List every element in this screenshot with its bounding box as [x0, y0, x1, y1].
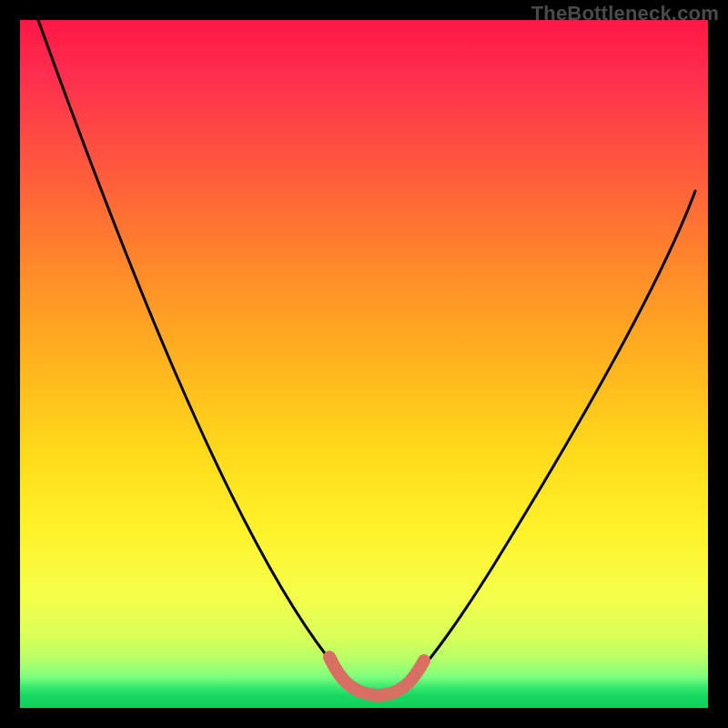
watermark-text: TheBottleneck.com: [531, 2, 719, 25]
bottleneck-curve-svg: [20, 20, 708, 708]
curve-right-arm: [406, 191, 695, 686]
chart-frame: TheBottleneck.com: [0, 0, 728, 728]
curve-left-arm: [38, 20, 348, 686]
plot-area: [20, 20, 708, 708]
curve-bottom-highlight: [329, 657, 424, 695]
